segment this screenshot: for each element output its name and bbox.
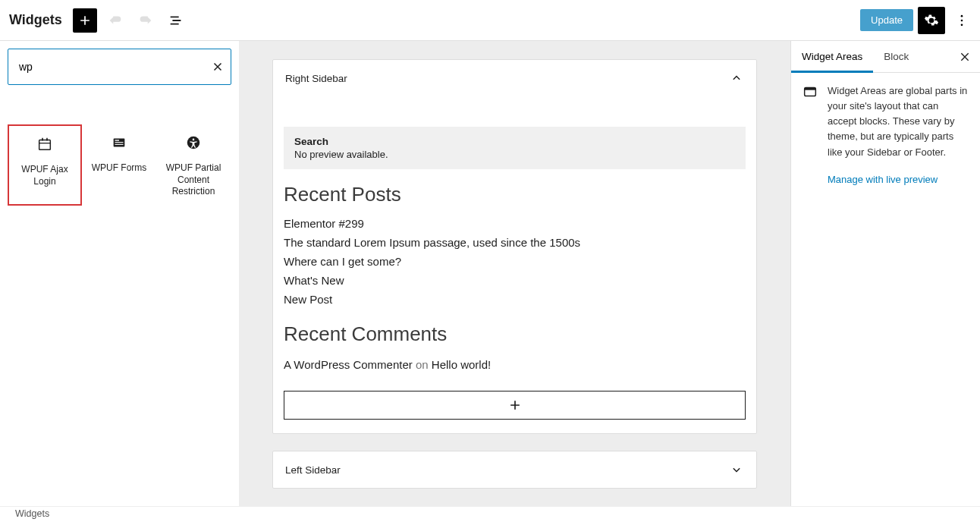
svg-rect-6 (39, 143, 51, 143)
recent-comments-block[interactable]: Recent Comments A WordPress Commenter on… (284, 322, 746, 373)
svg-point-12 (193, 139, 195, 141)
search-block-subtitle: No preview available. (294, 149, 735, 160)
block-search-input[interactable] (19, 61, 211, 73)
settings-sidebar: Widget Areas Block Widget Areas are glob… (790, 41, 980, 506)
svg-rect-10 (115, 144, 124, 145)
toolbar-right: Update (860, 7, 974, 34)
svg-point-1 (961, 19, 963, 21)
comment-item[interactable]: A WordPress Commenter on Hello world! (284, 354, 746, 373)
block-search-wrap (8, 49, 231, 85)
tab-block[interactable]: Block (873, 41, 919, 72)
sidebar-tabs: Widget Areas Block (791, 41, 980, 73)
add-block-button[interactable] (284, 391, 746, 420)
gear-icon (924, 13, 939, 28)
dots-vertical-icon (954, 13, 969, 28)
plus-icon (507, 398, 523, 413)
list-item[interactable]: Where can I get some? (284, 252, 746, 271)
recent-posts-heading: Recent Posts (284, 183, 746, 206)
widget-area-header[interactable]: Left Sidebar (273, 451, 756, 488)
close-icon (959, 51, 971, 63)
layout-icon (802, 83, 818, 100)
main-area: WPUF Ajax Login WPUF Forms WPUF Partial … (0, 41, 980, 506)
list-item[interactable]: The standard Lorem Ipsum passage, used s… (284, 233, 746, 252)
close-sidebar-button[interactable] (950, 51, 980, 63)
svg-point-0 (961, 14, 963, 17)
tab-widget-areas[interactable]: Widget Areas (791, 41, 873, 72)
svg-point-2 (961, 24, 963, 26)
svg-rect-14 (805, 88, 816, 90)
block-label: WPUF Ajax Login (12, 164, 77, 187)
list-item[interactable]: What's New (284, 271, 746, 290)
widget-area-left-sidebar: Left Sidebar (272, 451, 757, 489)
widget-areas-icon (802, 83, 818, 187)
more-options-button[interactable] (950, 8, 974, 33)
block-inserter: WPUF Ajax Login WPUF Forms WPUF Partial … (0, 41, 239, 506)
widget-area-header[interactable]: Right Sidebar (273, 60, 756, 96)
list-view-icon (168, 12, 184, 29)
clear-search-button[interactable] (211, 60, 225, 74)
widgets-canvas: Right Sidebar Search No preview availabl… (239, 41, 790, 506)
calendar-icon (36, 136, 53, 153)
update-button[interactable]: Update (860, 9, 913, 31)
breadcrumb-item[interactable]: Widgets (15, 508, 49, 519)
block-label: WPUF Forms (92, 162, 147, 175)
search-block-title: Search (294, 136, 735, 147)
comment-on: on (413, 358, 432, 371)
widget-area-body: Search No preview available. Recent Post… (273, 127, 756, 433)
page-title: Widgets (6, 12, 67, 28)
chevron-up-icon (729, 71, 744, 86)
close-icon (211, 60, 225, 74)
recent-comments-heading: Recent Comments (284, 322, 746, 346)
widget-area-title: Left Sidebar (285, 464, 341, 476)
widget-area-right-sidebar: Right Sidebar Search No preview availabl… (272, 59, 757, 434)
accessibility-icon (185, 134, 202, 151)
top-toolbar: Widgets Update (0, 0, 980, 41)
sidebar-description: Widget Areas are global parts in your si… (828, 85, 967, 158)
settings-button[interactable] (918, 7, 945, 34)
toolbar-left: Widgets (6, 8, 188, 33)
svg-rect-5 (46, 138, 47, 141)
comment-post: Hello world! (432, 358, 491, 371)
form-icon (111, 134, 127, 151)
plus-icon (77, 13, 93, 28)
blocks-grid: WPUF Ajax Login WPUF Forms WPUF Partial … (8, 124, 231, 206)
breadcrumb-bar: Widgets (0, 506, 980, 522)
undo-button[interactable] (103, 8, 127, 33)
redo-icon (137, 12, 154, 29)
sidebar-body: Widget Areas are global parts in your si… (791, 73, 980, 198)
add-block-toggle[interactable] (73, 8, 97, 33)
list-item[interactable]: New Post (284, 290, 746, 309)
block-item-wpuf-forms[interactable]: WPUF Forms (82, 124, 156, 206)
recent-posts-block[interactable]: Recent Posts Elementor #299 The standard… (284, 183, 746, 309)
undo-icon (107, 12, 124, 29)
svg-rect-3 (39, 140, 51, 150)
block-item-wpuf-ajax-login[interactable]: WPUF Ajax Login (8, 124, 82, 206)
svg-rect-4 (42, 138, 42, 141)
chevron-down-icon (729, 462, 744, 477)
recent-posts-list: Elementor #299 The standard Lorem Ipsum … (284, 214, 746, 309)
sidebar-description-wrap: Widget Areas are global parts in your si… (828, 83, 969, 187)
block-label: WPUF Partial Content Restriction (159, 162, 228, 198)
svg-rect-9 (115, 142, 124, 143)
legacy-search-block[interactable]: Search No preview available. (284, 127, 746, 169)
block-item-wpuf-restriction[interactable]: WPUF Partial Content Restriction (156, 124, 231, 206)
redo-button[interactable] (133, 8, 158, 33)
live-preview-link[interactable]: Manage with live preview (828, 172, 969, 187)
comment-author: A WordPress Commenter (284, 358, 413, 371)
svg-rect-8 (115, 140, 120, 140)
widget-area-title: Right Sidebar (285, 73, 347, 84)
list-view-button[interactable] (164, 8, 188, 33)
list-item[interactable]: Elementor #299 (284, 214, 746, 233)
